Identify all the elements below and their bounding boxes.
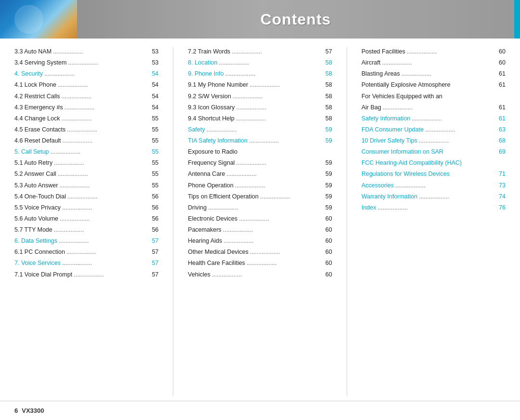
- toc-title: Regulations for Wireless Devices: [362, 170, 450, 178]
- toc-item: 6. Data Settings ..................57: [14, 236, 158, 245]
- toc-page: 58: [325, 103, 332, 112]
- toc-title: 8. Location: [188, 58, 217, 67]
- toc-item: Potentially Explosive Atmosphere61: [362, 80, 506, 89]
- toc-item: Safety Information ..................61: [362, 114, 506, 123]
- toc-page: 60: [499, 58, 506, 67]
- toc-page: 58: [325, 58, 332, 67]
- toc-label: Safety Information ..................: [362, 114, 499, 123]
- toc-page: 57: [325, 47, 332, 56]
- toc-item: Other Medical Devices ..................…: [188, 248, 332, 256]
- toc-item: Phone Operation ..................59: [188, 181, 332, 190]
- toc-item: 5.7 TTY Mode ..................56: [14, 225, 158, 234]
- toc-title: Exposure to Radio: [188, 147, 237, 156]
- toc-title: Tips on Efficient Operation: [188, 192, 259, 201]
- toc-dots: ..................: [233, 92, 324, 101]
- toc-page: 55: [152, 147, 158, 156]
- toc-item: 9.2 S/W Version ..................58: [188, 92, 332, 101]
- toc-page: 61: [499, 80, 506, 89]
- toc-title: 5.5 Voice Privacy: [14, 203, 61, 212]
- toc-label: 5.7 TTY Mode ..................: [14, 225, 152, 234]
- toc-title: Accessories: [362, 181, 394, 190]
- toc-dots: ..................: [412, 114, 497, 123]
- toc-page: 55: [152, 136, 158, 145]
- toc-page: 53: [152, 47, 158, 56]
- toc-dots: ..................: [419, 136, 497, 145]
- toc-item: 4.6 Reset Default ..................55: [14, 136, 158, 145]
- toc-page: 57: [152, 236, 158, 245]
- toc-item: Frequency Signal ..................59: [188, 158, 332, 167]
- toc-label: 4.2 Restrict Calls ..................: [14, 92, 152, 101]
- toc-item: 4.3 Emergency #s ..................54: [14, 103, 158, 112]
- toc-label: 5.2 Answer Call ..................: [14, 170, 152, 178]
- toc-title: Air Bag: [362, 103, 381, 112]
- column-2: 7.2 Train Words ..................578. L…: [188, 47, 332, 396]
- toc-label: 9. Phone Info ..................: [188, 69, 325, 78]
- toc-dots: ..................: [236, 114, 324, 123]
- toc-item: 4.2 Restrict Calls ..................54: [14, 92, 158, 101]
- toc-title: 7.1 Voice Dial Prompt: [14, 270, 72, 279]
- toc-item: 5.1 Auto Retry ..................55: [14, 158, 158, 167]
- toc-page: 60: [325, 214, 332, 223]
- toc-item: Safety ..................59: [188, 125, 332, 134]
- toc-title: Pacemakers: [188, 225, 221, 234]
- toc-item: 9.4 Shortcut Help ..................58: [188, 114, 332, 123]
- toc-label: Blasting Areas ..................: [362, 69, 499, 78]
- toc-title: 10 Driver Safety Tips: [362, 136, 417, 145]
- toc-page: 60: [325, 270, 332, 279]
- toc-title: Consumer Information on SAR: [362, 147, 443, 156]
- toc-label: 6.1 PC Connection ..................: [14, 248, 152, 256]
- column-3: Posted Facilities ..................60Ai…: [362, 47, 506, 396]
- toc-label: Antenna Care ..................: [188, 170, 325, 178]
- toc-item: Pacemakers ..................60: [188, 225, 332, 234]
- toc-item: Tips on Efficient Operation ............…: [188, 192, 332, 201]
- toc-label: Pacemakers ..................: [188, 225, 325, 234]
- toc-label: 7. Voice Services ..................: [14, 259, 152, 267]
- toc-label: Air Bag ..................: [362, 103, 499, 112]
- toc-page: 59: [325, 203, 332, 212]
- toc-label: 9.4 Shortcut Help ..................: [188, 114, 325, 123]
- toc-label: 9.3 Icon Glossary ..................: [188, 103, 325, 112]
- toc-dots: ..................: [65, 103, 151, 112]
- toc-page: 55: [152, 114, 158, 123]
- toc-label: FCC Hearing-Aid Compatibility (HAC): [362, 158, 506, 167]
- toc-dots: ..................: [226, 170, 324, 178]
- toc-dots: ..................: [249, 80, 324, 89]
- toc-title: 3.4 Serving System: [14, 58, 66, 67]
- toc-page: 57: [152, 248, 158, 256]
- toc-item: FCC Hearing-Aid Compatibility (HAC): [362, 158, 506, 167]
- toc-label: 4.1 Lock Phone ..................: [14, 80, 152, 89]
- toc-dots: ..................: [250, 248, 324, 256]
- footer-page: 6: [14, 407, 18, 414]
- toc-dots: ..................: [59, 236, 150, 245]
- toc-item: Antenna Care ..................59: [188, 170, 332, 178]
- toc-label: 3.4 Serving System ..................: [14, 58, 152, 67]
- toc-label: 4.6 Reset Default ..................: [14, 136, 152, 145]
- toc-page: 74: [499, 192, 506, 201]
- toc-item: Exposure to Radio: [188, 147, 332, 156]
- toc-title: Antenna Care: [188, 170, 225, 178]
- toc-title: FDA Consumer Update: [362, 125, 424, 134]
- toc-dots: ..................: [62, 203, 151, 212]
- toc-dots: ..................: [53, 47, 150, 56]
- toc-dots: ..................: [67, 192, 150, 201]
- toc-dots: ..................: [51, 147, 151, 156]
- toc-dots: ..................: [62, 259, 151, 267]
- toc-label: Posted Facilities ..................: [362, 47, 499, 56]
- toc-dots: ..................: [249, 136, 324, 145]
- toc-dots: ..................: [63, 136, 151, 145]
- toc-dots: ..................: [74, 270, 150, 279]
- toc-dots: ..................: [239, 214, 324, 223]
- toc-page: 61: [499, 103, 506, 112]
- toc-page: 56: [152, 192, 158, 201]
- toc-title: 5.4 One-Touch Dial: [14, 192, 66, 201]
- toc-label: 7.2 Train Words ..................: [188, 47, 325, 56]
- toc-item: 5.2 Answer Call ..................55: [14, 170, 158, 178]
- toc-dots: ..................: [208, 203, 324, 212]
- toc-title: 4.5 Erase Contacts: [14, 125, 65, 134]
- toc-dots: ..................: [60, 214, 150, 223]
- header-title: Contents: [77, 11, 514, 28]
- toc-title: 9.4 Shortcut Help: [188, 114, 234, 123]
- column-1: 3.3 Auto NAM ..................533.4 Ser…: [14, 47, 158, 396]
- toc-item: 9. Phone Info ..................58: [188, 69, 332, 78]
- toc-title: 4.1 Lock Phone: [14, 80, 56, 89]
